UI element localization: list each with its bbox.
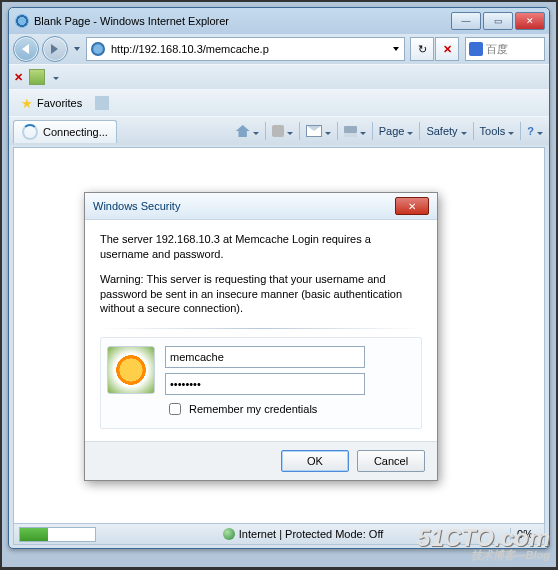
dialog-message: The server 192.168.10.3 at Memcache Logi… — [100, 232, 422, 262]
addon-icon[interactable] — [29, 69, 45, 85]
page-menu[interactable]: Page — [377, 124, 416, 138]
refresh-button[interactable]: ↻ — [410, 37, 434, 61]
suggested-sites-icon[interactable] — [95, 96, 109, 110]
user-avatar-icon — [107, 346, 155, 394]
maximize-button[interactable]: ▭ — [483, 12, 513, 30]
username-input[interactable] — [165, 346, 365, 368]
close-bar-icon[interactable]: ✕ — [14, 71, 23, 84]
screenshot-frame: Blank Page - Windows Internet Explorer —… — [2, 2, 556, 567]
back-button[interactable] — [13, 36, 39, 62]
status-text: Internet | Protected Mode: Off — [239, 528, 384, 540]
addon-bar: ✕ — [9, 64, 549, 89]
safety-menu[interactable]: Safety — [424, 124, 468, 138]
tools-menu[interactable]: Tools — [478, 124, 517, 138]
print-icon — [344, 126, 357, 137]
mail-icon — [306, 125, 322, 137]
cancel-button[interactable]: Cancel — [357, 450, 425, 472]
addon-dropdown[interactable] — [51, 71, 59, 83]
separator — [337, 122, 338, 140]
separator — [265, 122, 266, 140]
credentials-dialog: Windows Security ✕ The server 192.168.10… — [84, 192, 438, 481]
nav-bar: ↻ ✕ 百度 — [9, 34, 549, 64]
minimize-button[interactable]: — — [451, 12, 481, 30]
separator — [372, 122, 373, 140]
readmail-button[interactable] — [304, 124, 333, 138]
help-icon: ? — [527, 125, 534, 137]
loading-throbber-icon — [22, 124, 38, 140]
stop-button[interactable]: ✕ — [435, 37, 459, 61]
dialog-titlebar[interactable]: Windows Security ✕ — [85, 193, 437, 220]
password-input[interactable] — [165, 373, 365, 395]
window-title: Blank Page - Windows Internet Explorer — [34, 15, 451, 27]
dialog-warning: Warning: This server is requesting that … — [100, 272, 422, 317]
baidu-icon — [469, 42, 483, 56]
tab-label: Connecting... — [43, 126, 108, 138]
star-icon: ★ — [21, 96, 33, 111]
ie-icon — [15, 14, 29, 28]
titlebar[interactable]: Blank Page - Windows Internet Explorer —… — [9, 8, 549, 34]
remember-checkbox-label[interactable]: Remember my credentials — [165, 400, 415, 418]
ok-button[interactable]: OK — [281, 450, 349, 472]
favorites-bar: ★ Favorites — [9, 89, 549, 116]
search-placeholder: 百度 — [486, 42, 508, 57]
separator — [419, 122, 420, 140]
page-favicon — [91, 42, 105, 56]
forward-button[interactable] — [42, 36, 68, 62]
nav-history-dropdown[interactable] — [71, 37, 83, 61]
search-box[interactable]: 百度 — [465, 37, 545, 61]
zone-icon — [223, 528, 235, 540]
separator — [299, 122, 300, 140]
credentials-panel: Remember my credentials — [100, 337, 422, 429]
home-icon — [236, 125, 250, 137]
print-button[interactable] — [342, 124, 368, 138]
dialog-close-button[interactable]: ✕ — [395, 197, 429, 215]
watermark: 51CTO.com 技术博客—Blog — [417, 526, 550, 561]
remember-text: Remember my credentials — [189, 402, 317, 417]
feeds-button[interactable] — [270, 124, 295, 138]
command-bar: Connecting... Page Safety Tools ? — [9, 116, 549, 145]
close-button[interactable]: ✕ — [515, 12, 545, 30]
separator — [520, 122, 521, 140]
browser-tab[interactable]: Connecting... — [13, 120, 117, 143]
help-button[interactable]: ? — [525, 124, 545, 138]
favorites-label: Favorites — [37, 97, 82, 109]
dialog-title: Windows Security — [93, 200, 180, 212]
divider — [100, 328, 422, 329]
remember-checkbox[interactable] — [169, 403, 181, 415]
address-bar[interactable] — [86, 37, 405, 61]
dialog-button-row: OK Cancel — [85, 441, 437, 480]
address-dropdown[interactable] — [388, 47, 404, 51]
favorites-button[interactable]: ★ Favorites — [14, 93, 89, 114]
progress-bar — [19, 527, 96, 542]
separator — [473, 122, 474, 140]
home-button[interactable] — [234, 124, 261, 138]
rss-icon — [272, 125, 284, 137]
url-input[interactable] — [109, 42, 388, 56]
